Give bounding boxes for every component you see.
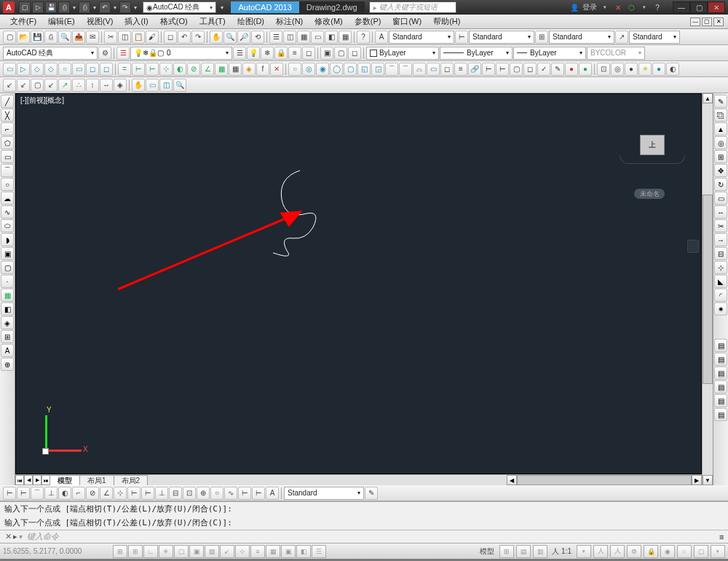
copy-icon[interactable]: ◫ (118, 31, 131, 44)
menu-tools[interactable]: 工具(T) (194, 15, 232, 28)
ucs-o-icon[interactable]: ↙ (44, 79, 58, 92)
cir-g-icon[interactable]: ● (579, 63, 592, 76)
block-icon[interactable]: ▢ (1, 261, 14, 274)
hid-icon[interactable]: ◎ (611, 63, 624, 76)
sun-icon[interactable]: ☀ (638, 63, 652, 76)
qv-icon[interactable]: ▤ (516, 545, 531, 558)
infocenter-icon[interactable]: 👤 (569, 2, 579, 12)
dim-q-icon[interactable]: ⊹ (114, 487, 127, 500)
lk-icon[interactable]: 🔗 (468, 63, 481, 76)
zooma-icon[interactable]: 🔍 (173, 79, 186, 92)
da-icon[interactable]: ⊢ (252, 487, 265, 500)
spline-icon[interactable]: ∿ (1, 205, 14, 219)
mleaderstyle-icon[interactable]: ↗ (615, 31, 628, 44)
layer-freeze-icon[interactable]: ❄ (261, 47, 274, 60)
ducs-toggle[interactable]: ↙ (220, 545, 234, 558)
line-icon[interactable]: ╱ (1, 95, 14, 108)
doc-close-icon[interactable]: ✕ (713, 17, 724, 26)
de-icon[interactable]: ⊢ (238, 487, 251, 500)
anno2-icon[interactable]: 人 (610, 545, 625, 558)
rect-icon[interactable]: ▭ (3, 63, 16, 76)
rt-icon[interactable]: ▭ (427, 63, 440, 76)
hatch-icon[interactable]: ▦ (1, 289, 14, 302)
open-icon[interactable]: ▷ (32, 1, 44, 13)
menu-modify[interactable]: 修改(M) (309, 15, 349, 28)
dimstyle-dd2[interactable]: Standard▾ (284, 487, 364, 500)
plot-icon[interactable]: ⎙ (44, 31, 58, 44)
sheet-icon[interactable]: ▭ (311, 31, 324, 44)
ci3-icon[interactable]: ◉ (316, 63, 329, 76)
save-icon[interactable]: 💾 (31, 31, 44, 44)
block-edit-icon[interactable]: ◻ (348, 47, 361, 60)
zoom-prev-icon[interactable]: ⟲ (251, 31, 264, 44)
pan-icon[interactable]: ✋ (210, 31, 223, 44)
undo-icon[interactable]: ↶ (99, 1, 111, 13)
save-icon[interactable]: 💾 (45, 1, 57, 13)
anno-icon[interactable]: 人 (593, 545, 608, 558)
addsel-icon[interactable]: ⊕ (1, 358, 14, 371)
palette3-icon[interactable]: ▤ (714, 366, 727, 380)
dim2-icon[interactable]: ⊢ (146, 63, 159, 76)
array-icon[interactable]: ⊞ (714, 150, 727, 163)
grid2-icon[interactable]: ⊞ (499, 545, 514, 558)
matchprop-icon[interactable]: 🖌 (146, 31, 159, 44)
point-icon[interactable]: · (1, 275, 14, 288)
erase-icon[interactable]: ✎ (714, 95, 727, 108)
ch-icon[interactable]: ✓ (537, 63, 550, 76)
rt2-icon[interactable]: ◻ (440, 63, 454, 76)
palette2-icon[interactable]: ▤ (714, 353, 727, 366)
ci-icon[interactable]: ○ (288, 63, 301, 76)
layer-prev-icon[interactable]: ◻ (302, 47, 315, 60)
sq-icon[interactable]: ▢ (344, 63, 357, 76)
snap-toggle[interactable]: ⊞ (113, 545, 127, 558)
scroll-left-icon[interactable]: ◀ (507, 475, 517, 485)
ucs-p-icon[interactable]: ↙ (17, 79, 30, 92)
fn-icon[interactable]: f (256, 63, 269, 76)
dim-br-icon[interactable]: ⊟ (169, 487, 182, 500)
redo-icon[interactable]: ↷ (191, 31, 205, 44)
move-icon[interactable]: ✥ (714, 164, 727, 177)
dropdown-icon[interactable]: ▾ (639, 2, 649, 12)
v-scrollbar[interactable]: ▲ ▼ (702, 93, 713, 485)
ucs-3p-icon[interactable]: ∴ (72, 79, 85, 92)
cmd-close-icon[interactable]: ✕ (3, 532, 13, 542)
rect2-icon[interactable]: ▭ (72, 63, 85, 76)
chain-icon[interactable]: ⊹ (159, 63, 173, 76)
linetype-dropdown[interactable]: ByLayer▾ (440, 47, 513, 60)
polar-toggle[interactable]: ✳ (159, 545, 173, 558)
dim-bl-icon[interactable]: ⊢ (127, 487, 141, 500)
block-editor-icon[interactable]: ◻ (164, 31, 177, 44)
dia-icon[interactable]: ⊘ (187, 63, 200, 76)
tablestyle-dropdown[interactable]: Standard▾ (549, 31, 614, 44)
palette5-icon[interactable]: ▤ (714, 394, 727, 407)
offset-icon[interactable]: ◎ (714, 136, 727, 149)
layer-match-icon[interactable]: ≡ (288, 47, 301, 60)
ellarc-icon[interactable]: ◗ (1, 233, 14, 246)
layer-lock-icon[interactable]: 🔒 (274, 47, 288, 60)
sq3-icon[interactable]: ◲ (371, 63, 384, 76)
fillet-icon[interactable]: ◜ (714, 289, 727, 302)
dimstyle-icon[interactable]: ⊢ (455, 31, 468, 44)
tab-prev-icon[interactable]: ◀ (24, 475, 33, 485)
clean-icon[interactable]: ▢ (694, 545, 708, 558)
insp-icon[interactable]: ○ (210, 487, 223, 500)
grid-toggle[interactable]: ⊞ (128, 545, 143, 558)
scroll-right-icon[interactable]: ▶ (692, 475, 702, 485)
stretch-icon[interactable]: ↔ (714, 205, 727, 219)
du-icon[interactable]: A (266, 487, 279, 500)
help-icon[interactable]: ? (652, 2, 662, 12)
exchange-icon[interactable]: ⬡ (626, 2, 636, 12)
tr-toggle[interactable]: ▦ (266, 545, 280, 558)
chamfer-icon[interactable]: ◣ (714, 275, 727, 288)
mirror-icon[interactable]: ▲ (714, 122, 727, 136)
break-icon[interactable]: ⊟ (714, 247, 727, 260)
doc-restore-icon[interactable]: ▢ (702, 17, 712, 26)
app-logo[interactable]: A (3, 1, 15, 13)
doc-minimize-icon[interactable]: — (690, 17, 700, 26)
ucs-z-icon[interactable]: ↗ (58, 79, 71, 92)
publish-icon[interactable]: 📤 (72, 31, 85, 44)
dropdown-icon[interactable]: ▾ (600, 2, 610, 12)
print-icon[interactable]: ⎙ (79, 1, 90, 13)
dim-rad-icon[interactable]: ◐ (58, 487, 71, 500)
cm-icon[interactable]: ⊕ (197, 487, 210, 500)
